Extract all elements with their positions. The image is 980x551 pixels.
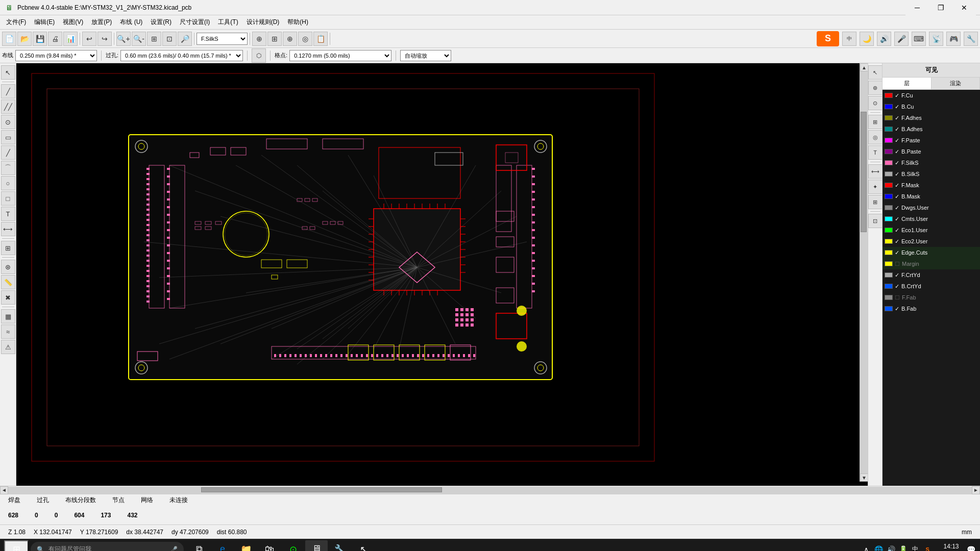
grid-origin-button[interactable]: ⊕ — [283, 32, 297, 46]
layer-row-b-adhes[interactable]: ✓B.Adhes — [883, 123, 980, 135]
draw-circle-tool[interactable]: ○ — [1, 176, 15, 190]
draw-arc-tool[interactable]: ⌒ — [1, 161, 15, 175]
zoom-in-button[interactable]: 🔍+ — [116, 32, 131, 46]
layer-row-f-fab[interactable]: ☐F.Fab — [883, 292, 980, 303]
tray-ime[interactable]: 中 — [910, 544, 920, 552]
menu-route[interactable]: 布线 (U) — [116, 17, 146, 28]
layer-visibility-check[interactable]: ✓ — [895, 205, 899, 211]
layer-visibility-check[interactable]: ✓ — [895, 238, 899, 245]
menu-settings[interactable]: 设置(R) — [146, 17, 176, 28]
layer-visibility-check[interactable]: ✓ — [895, 182, 899, 189]
layer-visibility-check[interactable]: ✓ — [895, 171, 899, 178]
layer-visibility-check[interactable]: ☐ — [895, 261, 900, 267]
zoom-fit-button[interactable]: ⊞ — [147, 32, 161, 46]
layer-visibility-check[interactable]: ✓ — [895, 227, 899, 234]
h-scroll-thumb[interactable] — [201, 487, 442, 492]
layer-row-f-cu[interactable]: ✓F.Cu — [883, 90, 980, 101]
cursor-tool[interactable]: ↖ — [1, 65, 15, 80]
scroll-down-arrow[interactable]: ▼ — [860, 473, 868, 482]
drc-tool[interactable]: ⚠ — [1, 340, 15, 354]
pcb-calculator[interactable]: 🎮 — [946, 32, 961, 46]
scroll-right-arrow[interactable]: ► — [972, 486, 980, 494]
layer-row-eco1-user[interactable]: ✓Eco1.User — [883, 224, 980, 236]
route-track-tool[interactable]: ╱ — [1, 84, 15, 98]
place-footprint-tool[interactable]: ⊞ — [1, 241, 15, 255]
menu-place[interactable]: 放置(P) — [87, 17, 116, 28]
rt-btn-8[interactable]: ✦ — [868, 180, 883, 194]
redo-button[interactable]: ↪ — [97, 32, 112, 46]
menu-edit[interactable]: 编辑(E) — [30, 17, 59, 28]
layer-row-b-fab[interactable]: ✓B.Fab — [883, 303, 980, 314]
close-button[interactable]: ✕ — [952, 0, 976, 15]
grid-select[interactable]: 0.1270 mm (5.00 mils) 0.2540 mm (10.00 m… — [289, 50, 391, 61]
rt-btn-10[interactable]: ⊡ — [868, 214, 883, 228]
layer-row-f-paste[interactable]: ✓F.Paste — [883, 135, 980, 146]
add-text-tool[interactable]: T — [1, 207, 15, 221]
cursor-app[interactable]: ↖ — [352, 540, 375, 552]
zoom-area-button[interactable]: ⊡ — [162, 32, 177, 46]
layer-row-cmts-user[interactable]: ✓Cmts.User — [883, 213, 980, 224]
tray-volume[interactable]: 🔊 — [886, 544, 896, 552]
print-button[interactable]: 🖨 — [48, 32, 62, 46]
net-inspector[interactable]: 📡 — [929, 32, 943, 46]
footprint-wizard[interactable]: 🔧 — [964, 32, 978, 46]
minimize-button[interactable]: ─ — [905, 0, 929, 15]
restore-button[interactable]: ❐ — [929, 0, 952, 15]
add-via-tool[interactable]: ⊙ — [1, 115, 15, 129]
layer-row-f-crtyd[interactable]: ✓F.CrtYd — [883, 269, 980, 281]
trace-width-select[interactable]: 0.250 mm (9.84 mils) * — [15, 50, 97, 61]
layer-visibility-check[interactable]: ✓ — [895, 148, 899, 155]
microphone-btn[interactable]: 🎤 — [894, 32, 909, 46]
open-button[interactable]: 📂 — [17, 32, 32, 46]
dimension-tool[interactable]: ⟷ — [1, 222, 15, 236]
menu-help[interactable]: 帮助(H) — [283, 17, 312, 28]
fill-zones-tool[interactable]: ▦ — [1, 309, 15, 323]
layer-row-edge-cuts[interactable]: ✓Edge.Cuts — [883, 247, 980, 258]
layer-visibility-check[interactable]: ✓ — [895, 249, 899, 256]
measure-tool[interactable]: 📏 — [1, 275, 15, 289]
new-button[interactable]: 📄 — [2, 32, 16, 46]
tune-length-tool[interactable]: ≈ — [1, 324, 15, 339]
layer-visibility-check[interactable]: ✓ — [895, 306, 899, 312]
board-statistics[interactable]: ⌨ — [912, 32, 926, 46]
layer-visibility-check[interactable]: ✓ — [895, 160, 899, 166]
layer-row-b-mask[interactable]: ✓B.Mask — [883, 191, 980, 202]
layer-row-margin[interactable]: ☐Margin — [883, 258, 980, 269]
tab-render[interactable]: 渲染 — [932, 78, 981, 89]
add-zone-tool[interactable]: ▭ — [1, 130, 15, 144]
find-button[interactable]: 🔎 — [178, 32, 192, 46]
netlist-button[interactable]: 📋 — [313, 32, 328, 46]
tray-battery[interactable]: 🔋 — [898, 544, 908, 552]
layer-row-b-silks[interactable]: ✓B.SilkS — [883, 168, 980, 180]
tray-up-arrow[interactable]: ∧ — [861, 544, 871, 552]
draw-line-tool[interactable]: ╱ — [1, 145, 15, 160]
layer-row-dwgs-user[interactable]: ✓Dwgs.User — [883, 202, 980, 213]
tab-layers[interactable]: 层 — [883, 78, 932, 89]
notification-icon[interactable]: 💬 — [966, 544, 976, 552]
plot-button[interactable]: 📊 — [63, 32, 78, 46]
tray-kicad[interactable]: S — [922, 544, 933, 552]
layer-visibility-check[interactable]: ✓ — [895, 216, 899, 222]
rt-btn-9[interactable]: ⊞ — [868, 195, 883, 209]
layer-row-b-cu[interactable]: ✓B.Cu — [883, 101, 980, 112]
scroll-left-arrow[interactable]: ◄ — [0, 486, 8, 494]
layer-row-f-mask[interactable]: ✓F.Mask — [883, 180, 980, 191]
draw-rect-tool[interactable]: □ — [1, 191, 15, 206]
edge-app[interactable]: e — [211, 540, 234, 552]
menu-design-rules[interactable]: 设计规则(D) — [242, 17, 284, 28]
interactive-router-btn[interactable]: ⬡ — [252, 48, 266, 63]
menu-view[interactable]: 视图(V) — [59, 17, 87, 28]
layer-row-eco2-user[interactable]: ✓Eco2.User — [883, 236, 980, 247]
rt-btn-5[interactable]: ◎ — [868, 130, 883, 144]
v-scroll-thumb[interactable] — [861, 112, 867, 232]
layer-row-b-crtyd[interactable]: ✓B.CrtYd — [883, 281, 980, 292]
highlight-net-tool[interactable]: ⊛ — [1, 260, 15, 274]
explorer-app[interactable]: 📁 — [235, 540, 257, 552]
layer-visibility-check[interactable]: ☐ — [895, 294, 900, 301]
store-app[interactable]: 🛍 — [258, 540, 281, 552]
rt-btn-6[interactable]: T — [868, 145, 883, 160]
start-button[interactable]: ⊞ — [4, 540, 29, 552]
menu-tools[interactable]: 工具(T) — [214, 17, 242, 28]
tray-network[interactable]: 🌐 — [873, 544, 884, 552]
undo-button[interactable]: ↩ — [82, 32, 96, 46]
